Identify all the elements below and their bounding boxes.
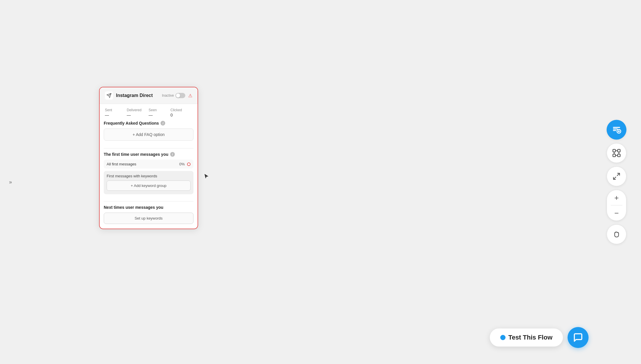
zoom-controls: + −	[607, 190, 626, 221]
first-time-title: The first time user messages you i	[104, 152, 193, 157]
card-platform-icon	[105, 91, 113, 100]
hand-tool-button[interactable]	[607, 225, 626, 244]
status-badge: Inactive	[162, 93, 185, 98]
status-label: Inactive	[162, 93, 174, 98]
zoom-in-icon: +	[614, 193, 619, 202]
right-toolbar: + −	[607, 120, 626, 244]
canvas: » Instagram Direct Inactive ⚠ Sent	[0, 0, 641, 364]
active-toggle[interactable]	[175, 93, 185, 98]
stat-delivered: Delivered —	[127, 108, 149, 117]
all-first-messages-connector	[187, 162, 191, 166]
stat-sent-label: Sent	[105, 108, 127, 112]
first-time-title-text: The first time user messages you	[104, 152, 168, 157]
bottom-right-area: Test This Flow	[490, 327, 589, 348]
setup-keywords-button[interactable]: Set up keywords	[104, 213, 193, 224]
stat-delivered-value: —	[127, 113, 149, 117]
stat-clicked: Clicked 0	[170, 108, 192, 117]
svg-rect-3	[613, 154, 616, 157]
next-times-section: Next times user messages you Set up keyw…	[100, 205, 198, 229]
collapse-button[interactable]: »	[5, 177, 16, 187]
faq-info-icon: i	[161, 121, 165, 126]
instagram-direct-card: Instagram Direct Inactive ⚠ Sent — Deliv…	[99, 87, 198, 229]
zoom-out-icon: −	[614, 208, 619, 218]
all-first-messages-row[interactable]: All first messages 0%	[104, 160, 193, 169]
divider-1	[104, 148, 193, 149]
add-faq-button[interactable]: + Add FAQ option	[104, 128, 193, 141]
stat-clicked-label: Clicked	[170, 108, 192, 112]
next-times-title: Next times user messages you	[104, 205, 193, 210]
all-first-messages-right: 0%	[179, 162, 191, 166]
stat-sent-value: —	[105, 113, 127, 117]
zoom-in-button[interactable]: +	[607, 190, 626, 205]
test-flow-button[interactable]: Test This Flow	[490, 328, 563, 347]
all-first-messages-label: All first messages	[107, 162, 136, 166]
svg-rect-2	[618, 149, 620, 152]
stats-row: Sent — Delivered — Seen — Clicked 0	[100, 104, 198, 121]
test-flow-label: Test This Flow	[508, 334, 552, 341]
chat-fab-button[interactable]	[568, 327, 589, 348]
flow-view-button[interactable]	[607, 143, 626, 163]
first-time-info-icon: i	[170, 152, 175, 157]
faq-title-text: Frequently Asked Questions	[104, 121, 159, 126]
stat-sent: Sent —	[105, 108, 127, 117]
test-flow-dot	[500, 335, 506, 340]
all-first-messages-percent: 0%	[179, 162, 185, 166]
first-time-section: The first time user messages you i All f…	[100, 152, 198, 198]
cursor	[202, 172, 211, 181]
next-times-title-text: Next times user messages you	[104, 205, 163, 210]
warning-icon: ⚠	[188, 93, 192, 98]
stat-seen: Seen —	[149, 108, 170, 117]
collapse-icon: »	[9, 179, 12, 185]
card-title: Instagram Direct	[116, 93, 159, 98]
zoom-out-button[interactable]: −	[607, 206, 626, 221]
compress-button[interactable]	[607, 167, 626, 186]
svg-rect-4	[618, 154, 620, 157]
stat-seen-value: —	[149, 113, 170, 117]
stat-seen-label: Seen	[149, 108, 170, 112]
keywords-label: First messages with keywords	[107, 174, 191, 178]
divider-2	[104, 201, 193, 202]
keywords-subsection: First messages with keywords + Add keywo…	[104, 171, 193, 194]
faq-section: Frequently Asked Questions i + Add FAQ o…	[100, 121, 198, 145]
add-node-button[interactable]	[607, 120, 626, 140]
add-keyword-button[interactable]: + Add keyword group	[107, 181, 191, 191]
stat-clicked-value: 0	[170, 113, 192, 117]
faq-section-title: Frequently Asked Questions i	[104, 121, 193, 126]
card-header: Instagram Direct Inactive ⚠	[100, 87, 198, 104]
svg-rect-1	[613, 149, 616, 152]
stat-delivered-label: Delivered	[127, 108, 149, 112]
